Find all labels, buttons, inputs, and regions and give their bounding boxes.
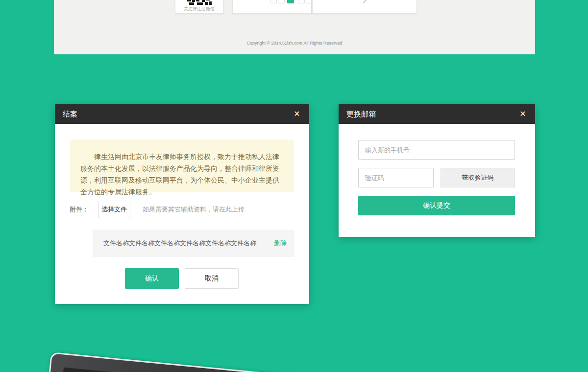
attachment-label: 附件： xyxy=(70,201,89,218)
modal-title: 结案 xyxy=(63,110,77,118)
submit-button[interactable]: 确认提交 xyxy=(358,196,515,215)
get-code-button[interactable]: 获取验证码 xyxy=(441,168,515,187)
chevron-right-icon[interactable]: › xyxy=(313,0,416,6)
file-name: 文件名称文件名称文件名称文件名称文件名称文件名称 xyxy=(103,239,256,248)
carousel-next-card[interactable]: › xyxy=(312,0,417,14)
laptop-frame xyxy=(28,353,517,372)
upload-hint: 如果需要其它辅助资料，请在此上传 xyxy=(143,201,245,218)
close-icon[interactable]: ✕ xyxy=(290,104,304,124)
choose-file-button[interactable]: 选择文件 xyxy=(98,201,130,218)
close-icon[interactable]: ✕ xyxy=(515,104,530,124)
modal-body: 获取验证码 确认提交 xyxy=(339,124,535,237)
page-footer-section: 关注律生活微信 › Copyright © 2014,51lsh.com,All… xyxy=(54,0,535,54)
close-case-modal: 结案 ✕ 律生活网由北京市丰友律师事务所授权，致力于推动私人法律服务的本土化发展… xyxy=(55,104,309,304)
modal-body: 律生活网由北京市丰友律师事务所授权，致力于推动私人法律服务的本土化发展，以法律服… xyxy=(55,124,309,304)
modal-header: 结案 ✕ xyxy=(55,104,309,124)
laptop-image xyxy=(26,352,519,372)
pager-button-active[interactable] xyxy=(287,0,294,3)
delete-file-link[interactable]: 删除 xyxy=(274,239,287,248)
change-email-modal: 更换邮箱 ✕ 获取验证码 确认提交 xyxy=(339,104,535,237)
pager-button[interactable] xyxy=(298,0,305,3)
notice-text: 律生活网由北京市丰友律师事务所授权，致力于推动私人法律服务的本土化发展，以法律服… xyxy=(70,140,294,192)
wechat-qr-card: 关注律生活微信 xyxy=(175,0,223,14)
confirm-button[interactable]: 确认 xyxy=(125,268,179,289)
modal-header: 更换邮箱 ✕ xyxy=(339,104,535,124)
verification-code-input[interactable] xyxy=(358,168,434,187)
copyright-text: Copyright © 2014,51lsh.com,All Rights Re… xyxy=(54,41,535,46)
pager-button[interactable] xyxy=(306,0,312,3)
modal-title: 更换邮箱 xyxy=(346,110,376,118)
pager-row xyxy=(233,0,311,3)
laptop-screen xyxy=(41,368,516,372)
new-phone-input[interactable] xyxy=(358,140,515,160)
uploaded-file-row: 文件名称文件名称文件名称文件名称文件名称文件名称 删除 xyxy=(93,230,294,257)
pager-button[interactable] xyxy=(278,0,285,3)
carousel-card xyxy=(232,0,312,14)
qr-caption: 关注律生活微信 xyxy=(175,6,223,12)
pager-button[interactable] xyxy=(270,0,277,3)
cancel-button[interactable]: 取消 xyxy=(185,268,239,289)
qr-code-image xyxy=(187,0,212,5)
